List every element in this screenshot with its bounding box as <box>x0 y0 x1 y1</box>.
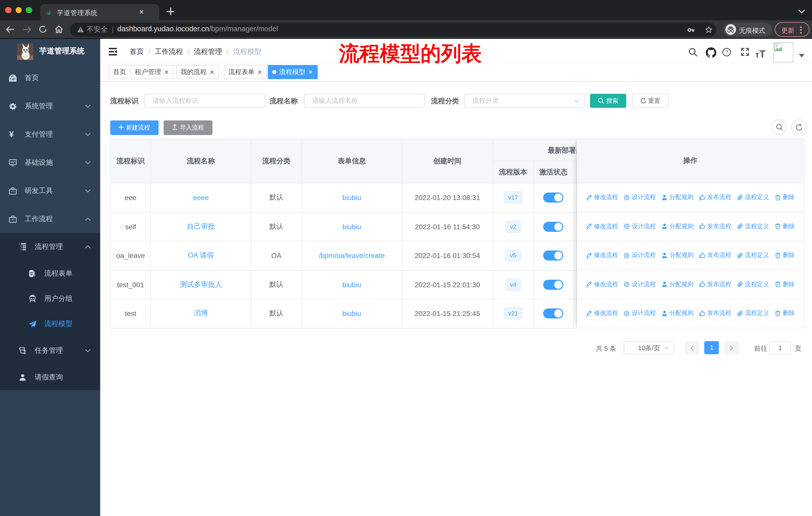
svg-text:?: ? <box>725 49 728 55</box>
